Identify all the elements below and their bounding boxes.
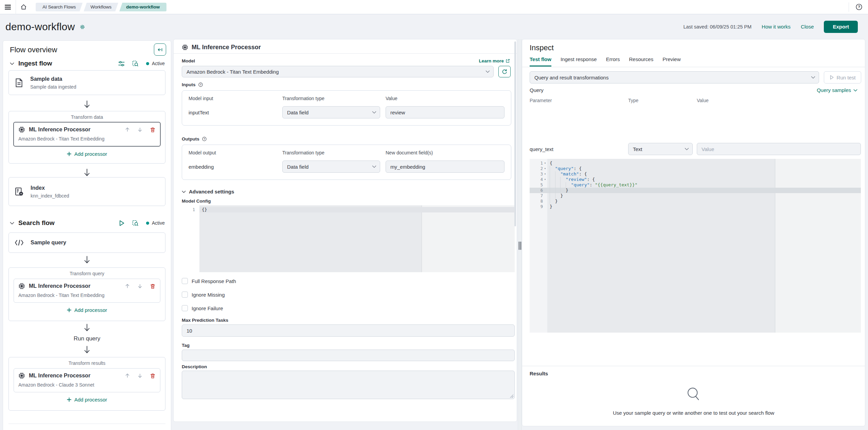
results-ml-processor-card[interactable]: ML Inference Processor Amazon Bedrock - … [14, 368, 160, 392]
help-circle-icon[interactable]: ? [198, 82, 203, 87]
inspect-flow-icon[interactable] [132, 220, 139, 226]
tab-preview[interactable]: Preview [662, 56, 680, 67]
ml-chip-icon [18, 126, 25, 133]
query-ml-processor-card[interactable]: ML Inference Processor Amazon Bedrock - … [14, 279, 160, 303]
delete-processor-icon[interactable] [150, 283, 156, 289]
move-down-icon[interactable] [137, 373, 143, 378]
query-editor[interactable]: 1▾{2▾"query": {3▾"match": {4▾"review": {… [530, 159, 861, 333]
checkbox[interactable] [182, 305, 188, 311]
panel-resizer-handle[interactable] [518, 39, 522, 430]
move-down-icon[interactable] [137, 127, 143, 132]
close-link[interactable]: Close [801, 24, 814, 30]
input-name: inputText [189, 110, 277, 115]
flow-connector-arrow [3, 168, 171, 177]
help-circle-icon[interactable]: ? [202, 136, 207, 142]
delete-processor-icon[interactable] [150, 373, 156, 379]
add-processor-button[interactable]: Add processor [9, 397, 165, 403]
center-panel-scrollbar[interactable] [514, 41, 516, 226]
param-name: query_text [530, 143, 553, 155]
output-transformation-type-select[interactable]: Data field [282, 161, 380, 173]
sample-data-subtitle: Sample data ingested [30, 84, 76, 90]
advanced-settings-label: Advanced settings [189, 189, 234, 194]
sample-data-card[interactable]: Sample data Sample data ingested [8, 70, 165, 95]
transform-results-label: Transform results [9, 357, 165, 366]
input-value-field[interactable] [386, 106, 504, 118]
full-response-path-checkbox-row[interactable]: Full Response Path [182, 278, 236, 284]
delete-processor-icon[interactable] [150, 127, 156, 133]
results-divider [522, 366, 865, 366]
description-textarea[interactable] [182, 371, 515, 399]
output-value-field[interactable] [386, 161, 504, 173]
transform-results-group: Transform results ML Inference Processor… [8, 357, 165, 411]
model-config-editor[interactable]: 1▾{} [182, 205, 515, 272]
add-processor-button[interactable]: Add processor [9, 151, 165, 157]
max-prediction-tasks-input[interactable] [182, 324, 515, 337]
breadcrumb-ai-search-flows[interactable]: AI Search Flows [36, 3, 83, 12]
tabs-divider [522, 67, 865, 67]
transform-query-group: Transform query ML Inference Processor A… [8, 267, 165, 321]
ingest-flow-title: Ingest flow [18, 60, 52, 67]
workflow-settings-gear-icon[interactable] [79, 24, 85, 31]
ignore-failure-checkbox-row[interactable]: Ignore Failure [182, 305, 223, 311]
refresh-models-button[interactable] [498, 66, 511, 77]
home-icon[interactable] [16, 0, 31, 14]
ml-chip-icon [18, 372, 25, 379]
tab-ingest-response[interactable]: Ingest response [561, 56, 597, 67]
tab-resources[interactable]: Resources [629, 56, 653, 67]
transformation-select[interactable]: Query and result transformations [530, 71, 819, 83]
svg-text:?: ? [858, 5, 860, 9]
active-status-dot [146, 222, 149, 225]
breadcrumb-workflows[interactable]: Workflows [84, 3, 118, 12]
inputs-header-transformation-type: Transformation type [282, 96, 380, 101]
search-flow-title: Search flow [18, 219, 55, 227]
menu-icon[interactable] [0, 0, 16, 14]
inspect-flow-icon[interactable] [132, 60, 139, 67]
ingest-ml-processor-card[interactable]: ML Inference Processor Amazon Bedrock - … [13, 122, 161, 147]
sample-data-title: Sample data [30, 76, 76, 82]
help-icon[interactable]: ? [854, 3, 864, 11]
index-icon [15, 187, 24, 197]
checkbox[interactable] [182, 292, 188, 298]
param-value-input[interactable] [697, 143, 861, 155]
sliders-icon[interactable] [118, 61, 125, 67]
add-processor-label: Add processor [74, 397, 107, 403]
param-type-select[interactable]: Text [628, 143, 693, 155]
advanced-settings-toggle[interactable]: Advanced settings [182, 189, 234, 194]
svg-text:?: ? [200, 83, 201, 86]
sample-query-card[interactable]: Sample query [8, 232, 165, 253]
play-icon[interactable] [119, 220, 125, 226]
tag-label: Tag [182, 343, 190, 348]
param-header-parameter: Parameter [530, 98, 552, 103]
export-button[interactable]: Export [824, 21, 858, 33]
move-up-icon[interactable] [125, 127, 130, 132]
header-divider [174, 53, 517, 54]
ml-chip-icon [182, 44, 188, 51]
ingest-flow-status: Active [146, 61, 165, 66]
learn-more-link[interactable]: Learn more [479, 58, 510, 63]
tag-input[interactable] [182, 350, 515, 361]
outputs-header-model-output: Model output [189, 150, 277, 155]
index-card[interactable]: Index knn_index_fdbced [8, 177, 165, 206]
tab-test-flow[interactable]: Test flow [530, 56, 551, 67]
run-test-button[interactable]: Run test [824, 71, 861, 83]
search-flow-section-header[interactable]: Search flow Active [10, 219, 165, 227]
page-header: demo-workflow Last saved: 06/09/25 01:25… [0, 14, 868, 39]
move-up-icon[interactable] [125, 373, 130, 378]
ignore-missing-checkbox-row[interactable]: Ignore Missing [182, 292, 225, 298]
query-samples-link[interactable]: Query samples [817, 87, 857, 93]
input-transformation-type-select[interactable]: Data field [282, 106, 380, 118]
checkbox[interactable] [182, 278, 188, 284]
tab-errors[interactable]: Errors [606, 56, 620, 67]
how-it-works-link[interactable]: How it works [762, 24, 791, 30]
add-processor-button[interactable]: Add processor [9, 307, 165, 313]
model-select[interactable]: Amazon Bedrock - Titan Text Embedding [182, 66, 494, 77]
move-down-icon[interactable] [137, 283, 143, 289]
inspect-tabs: Test flow Ingest response Errors Resourc… [530, 56, 681, 67]
play-icon [830, 75, 834, 80]
ingest-flow-section-header[interactable]: Ingest flow Active [10, 59, 165, 68]
move-up-icon[interactable] [125, 283, 130, 289]
transform-data-label: Transform data [9, 111, 165, 120]
editor-margin-area [422, 205, 515, 272]
sample-query-title: Sample query [31, 240, 66, 246]
collapse-panel-button[interactable] [154, 43, 166, 56]
